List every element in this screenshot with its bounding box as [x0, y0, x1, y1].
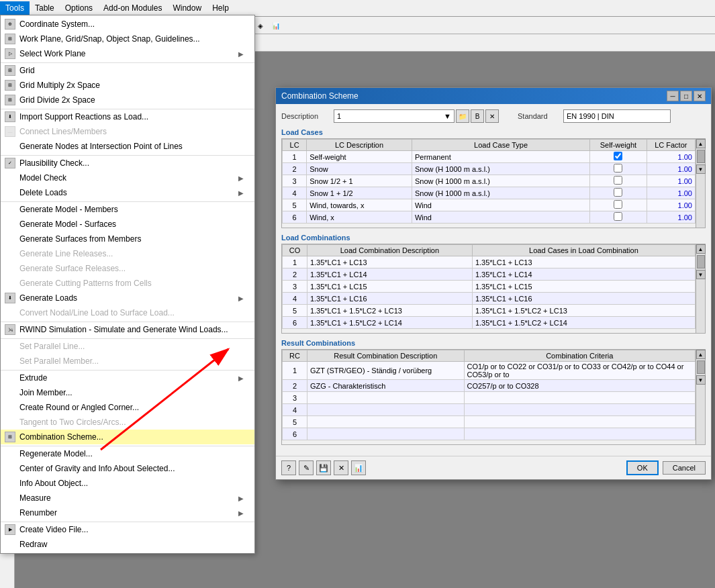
- load-case-row[interactable]: 6 Wind, x Wind 1.00: [283, 211, 696, 224]
- connect-lines-icon: —: [5, 126, 15, 137]
- dialog-close[interactable]: ✕: [694, 91, 706, 101]
- ok-button[interactable]: OK: [626, 460, 659, 475]
- result-combinations-scroll-up[interactable]: ▲: [696, 350, 706, 359]
- menu-item-gen-loads[interactable]: ⬇ Generate Loads ▶: [1, 291, 254, 305]
- load-combination-row[interactable]: 4 1.35*LC1 + LC16 1.35*LC1 + LC16: [283, 293, 696, 305]
- menu-addon[interactable]: Add-on Modules: [98, 1, 167, 15]
- menu-item-info-object[interactable]: Info About Object...: [1, 476, 254, 491]
- menu-item-create-video[interactable]: ▶ Create Video File...: [1, 522, 254, 537]
- co-cases: 1.35*LC1 + 1.5*LC2 + LC13: [472, 305, 695, 317]
- menu-item-combination-scheme[interactable]: ⊞ Combination Scheme...: [1, 430, 254, 444]
- load-combinations-scroll-down[interactable]: ▼: [696, 270, 706, 279]
- menu-item-grid-divide[interactable]: ⊞ Grid Divide 2x Space: [1, 93, 254, 107]
- result-combinations-table: RC Result Combination Description Combin…: [282, 350, 696, 440]
- menu-help[interactable]: Help: [207, 1, 234, 15]
- load-combinations-scroll-thumb[interactable]: [697, 255, 705, 268]
- menu-item-center-gravity[interactable]: Center of Gravity and Info About Selecte…: [1, 461, 254, 476]
- load-combinations-scrollbar[interactable]: ▲ ▼: [696, 244, 705, 333]
- load-case-row[interactable]: 1 Self-weight Permanent 1.00: [283, 151, 696, 163]
- load-combination-row[interactable]: 3 1.35*LC1 + LC15 1.35*LC1 + LC15: [283, 281, 696, 293]
- rc-criteria: CO1/p or to CO22 or CO31/p or to CO33 or…: [464, 362, 695, 380]
- lc-selfweight-cb[interactable]: [614, 188, 622, 197]
- lc-selfweight[interactable]: [590, 175, 647, 187]
- load-cases-scroll-thumb[interactable]: [697, 150, 705, 163]
- footer-save-btn[interactable]: 💾: [316, 460, 331, 475]
- menu-item-gen-surf-members[interactable]: Generate Surfaces from Members: [1, 232, 254, 246]
- load-case-row[interactable]: 5 Wind, towards, x Wind 1.00: [283, 199, 696, 211]
- lc-selfweight[interactable]: [590, 151, 647, 163]
- rc-col-rc: RC: [283, 350, 307, 362]
- result-combination-row[interactable]: 2 GZG - Charakteristisch CO257/p or to C…: [283, 380, 696, 392]
- lc-type: Snow (H 1000 m a.s.l.): [412, 163, 589, 175]
- lc-selfweight-cb[interactable]: [614, 176, 622, 185]
- lc-selfweight[interactable]: [590, 187, 647, 199]
- menu-item-plausibility[interactable]: ✓ Plausibility Check...: [1, 155, 254, 170]
- description-combo[interactable]: 1 ▼: [334, 109, 455, 123]
- desc-btn-3[interactable]: ✕: [485, 109, 499, 123]
- load-combination-row[interactable]: 1 1.35*LC1 + LC13 1.35*LC1 + LC13: [283, 256, 696, 268]
- result-combination-row[interactable]: 3: [283, 392, 696, 404]
- load-case-row[interactable]: 4 Snow 1 + 1/2 Snow (H 1000 m a.s.l.) 1.…: [283, 187, 696, 199]
- menu-window[interactable]: Window: [167, 1, 207, 15]
- load-case-row[interactable]: 3 Snow 1/2 + 1 Snow (H 1000 m a.s.l.) 1.…: [283, 175, 696, 187]
- result-combination-row[interactable]: 1 GZT (STR/GEO) - Ständig / vorüberg CO1…: [283, 362, 696, 380]
- load-cases-scroll-down[interactable]: ▼: [696, 164, 706, 174]
- dialog-maximize[interactable]: □: [680, 91, 692, 101]
- menu-item-generate-nodes[interactable]: Generate Nodes at Intersection Point of …: [1, 139, 254, 154]
- menu-item-join-member[interactable]: Join Member...: [1, 385, 254, 400]
- lc-selfweight-cb[interactable]: [614, 164, 622, 173]
- result-combinations-scrollbar[interactable]: ▲ ▼: [696, 350, 705, 444]
- co-desc: 1.35*LC1 + LC15: [307, 281, 472, 293]
- result-combinations-scroll-thumb[interactable]: [697, 360, 705, 374]
- result-combinations-scroll-down[interactable]: ▼: [696, 375, 706, 385]
- menu-item-extrude[interactable]: Extrude ▶: [1, 370, 254, 385]
- menu-item-select-workplane[interactable]: ▷ Select Work Plane ▶: [1, 46, 254, 61]
- lc-selfweight[interactable]: [590, 163, 647, 175]
- load-cases-scroll-up[interactable]: ▲: [696, 139, 706, 148]
- menu-table[interactable]: Table: [30, 1, 60, 15]
- load-combinations-scroll-up[interactable]: ▲: [696, 244, 706, 254]
- menu-item-regenerate-model[interactable]: Regenerate Model...: [1, 446, 254, 461]
- menu-item-grid[interactable]: ⊞ Grid: [1, 62, 254, 78]
- menu-item-round-corner[interactable]: Create Round or Angled Corner...: [1, 400, 254, 415]
- dialog-minimize[interactable]: ─: [667, 91, 679, 101]
- footer-help-btn[interactable]: ?: [281, 460, 296, 475]
- menu-item-rwind[interactable]: 🌬 RWIND Simulation - Simulate and Genera…: [1, 322, 254, 337]
- result-combination-row[interactable]: 4: [283, 404, 696, 416]
- load-case-row[interactable]: 2 Snow Snow (H 1000 m a.s.l.) 1.00: [283, 163, 696, 175]
- grid-multiply-icon: ⊞: [5, 80, 15, 91]
- tb-results[interactable]: 📊: [269, 18, 283, 33]
- menu-tools[interactable]: Tools: [0, 1, 30, 15]
- menu-item-workplane[interactable]: ⊞ Work Plane, Grid/Snap, Object Snap, Gu…: [1, 32, 254, 46]
- menu-item-measure[interactable]: Measure ▶: [1, 491, 254, 505]
- lc-selfweight-cb[interactable]: [614, 152, 622, 160]
- load-combination-row[interactable]: 5 1.35*LC1 + 1.5*LC2 + LC13 1.35*LC1 + 1…: [283, 305, 696, 317]
- tb-render[interactable]: ◈: [253, 18, 268, 33]
- menu-item-delete-loads[interactable]: Delete Loads ▶: [1, 185, 254, 200]
- menu-item-gen-surfaces[interactable]: Generate Model - Surfaces: [1, 217, 254, 232]
- footer-edit-btn[interactable]: ✎: [299, 460, 314, 475]
- footer-export-btn[interactable]: 📊: [351, 460, 366, 475]
- menu-item-gen-members[interactable]: Generate Model - Members: [1, 201, 254, 217]
- lc-selfweight[interactable]: [590, 211, 647, 224]
- desc-btn-2[interactable]: B: [471, 109, 484, 123]
- result-combination-row[interactable]: 6: [283, 428, 696, 440]
- load-cases-scrollbar[interactable]: ▲ ▼: [696, 139, 705, 228]
- load-combination-row[interactable]: 2 1.35*LC1 + LC14 1.35*LC1 + LC14: [283, 268, 696, 281]
- footer-delete-btn[interactable]: ✕: [334, 460, 348, 475]
- lc-selfweight-cb[interactable]: [614, 200, 622, 209]
- menu-item-renumber[interactable]: Renumber ▶: [1, 505, 254, 520]
- desc-btn-1[interactable]: 📁: [456, 109, 469, 123]
- result-combination-row[interactable]: 5: [283, 416, 696, 428]
- menu-options[interactable]: Options: [60, 1, 98, 15]
- lc-selfweight[interactable]: [590, 199, 647, 211]
- standard-input[interactable]: [563, 109, 671, 123]
- lc-selfweight-cb[interactable]: [614, 212, 622, 221]
- menu-item-grid-multiply[interactable]: ⊞ Grid Multiply 2x Space: [1, 78, 254, 93]
- load-combination-row[interactable]: 6 1.35*LC1 + 1.5*LC2 + LC14 1.35*LC1 + 1…: [283, 317, 696, 329]
- cancel-button[interactable]: Cancel: [663, 461, 706, 475]
- menu-item-redraw[interactable]: Redraw: [1, 537, 254, 552]
- menu-item-model-check[interactable]: Model Check ▶: [1, 170, 254, 185]
- menu-item-import-support[interactable]: ⬇ Import Support Reactions as Load...: [1, 109, 254, 124]
- menu-item-coordinate[interactable]: ⊕ Coordinate System...: [1, 17, 254, 32]
